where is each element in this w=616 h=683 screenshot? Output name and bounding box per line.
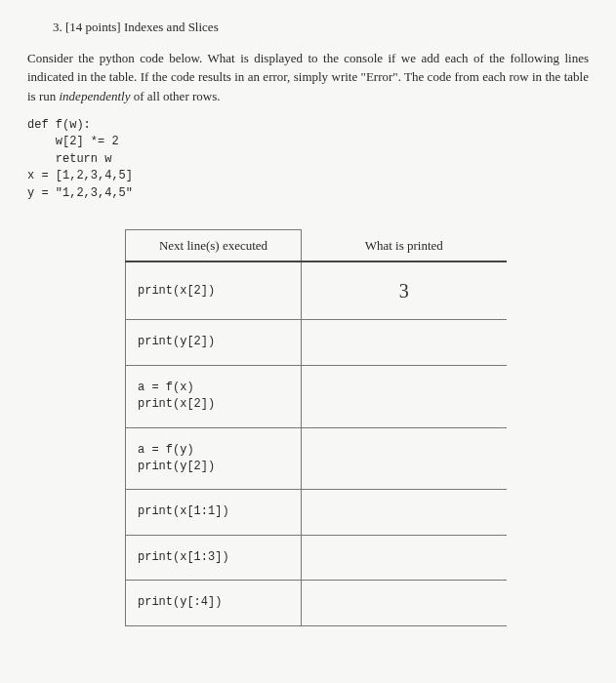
code-line: y = "1,2,3,4,5" — [27, 186, 133, 200]
code-cell: a = f(y) print(y[2]) — [126, 427, 302, 490]
code-line: w[2] *= 2 — [27, 135, 119, 148]
answer-cell — [302, 581, 507, 625]
answer-cell — [302, 490, 507, 535]
intro-paragraph: Consider the python code below. What is … — [27, 49, 589, 106]
table-row: print(x[1:3]) — [126, 535, 507, 580]
table-row: print(x[2]) 3 — [126, 261, 507, 320]
table-row: print(y[:4]) — [126, 581, 507, 625]
code-line: def f(w): — [27, 118, 91, 132]
table-header-left: Next line(s) executed — [126, 229, 302, 261]
answer-table: Next line(s) executed What is printed pr… — [125, 229, 507, 626]
intro-emphasis: independently — [60, 89, 131, 103]
code-block: def f(w): w[2] *= 2 return w x = [1,2,3,… — [27, 117, 589, 202]
code-line: return w — [27, 152, 111, 166]
table-row: print(y[2]) — [126, 320, 507, 365]
code-cell: a = f(x) print(x[2]) — [126, 365, 302, 427]
answer-cell — [302, 427, 507, 490]
answer-cell — [302, 535, 507, 580]
code-cell: print(x[1:3]) — [126, 535, 302, 580]
question-heading: 3. [14 points] Indexes and Slices — [27, 18, 589, 37]
code-cell: print(x[2]) — [126, 261, 302, 320]
table-row: a = f(x) print(x[2]) — [126, 365, 507, 427]
intro-text-2: of all other rows. — [130, 89, 220, 103]
table-row: a = f(y) print(y[2]) — [126, 427, 507, 490]
answer-cell — [302, 365, 507, 427]
code-cell: print(x[1:1]) — [126, 490, 302, 535]
answer-cell — [302, 320, 507, 365]
code-cell: print(y[:4]) — [126, 581, 302, 625]
answer-table-wrap: Next line(s) executed What is printed pr… — [125, 229, 589, 626]
table-header-right: What is printed — [302, 229, 507, 261]
table-row: print(x[1:1]) — [126, 490, 507, 535]
code-line: x = [1,2,3,4,5] — [27, 169, 133, 182]
answer-cell: 3 — [302, 261, 507, 320]
code-cell: print(y[2]) — [126, 320, 302, 365]
